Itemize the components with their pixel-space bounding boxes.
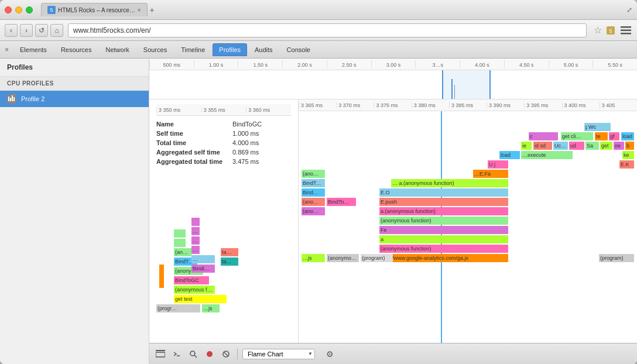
chart-selector[interactable]: Flame Chart Heavy (Bottom Up) Tree (Top … xyxy=(242,349,315,359)
home-button[interactable]: ⌂ xyxy=(50,24,63,37)
fb-anonf1[interactable]: a.(anonymous function) xyxy=(379,207,508,215)
fb-load2[interactable]: load xyxy=(499,151,520,159)
fc-bindtogc[interactable]: BindTo… xyxy=(327,198,356,206)
flame-bar-lb1[interactable]: … xyxy=(191,255,215,263)
flame-bar-orange[interactable] xyxy=(159,265,164,288)
settings-button[interactable]: ⚙ xyxy=(323,348,336,360)
fb-oe[interactable]: oe xyxy=(614,142,624,150)
fb-uc[interactable]: Uc… xyxy=(553,142,568,150)
toolbar-separator xyxy=(237,349,238,359)
bookmark-icon[interactable]: ☆ xyxy=(594,25,602,36)
tab-favicon: 5 xyxy=(47,6,56,14)
flame-bar-purple1[interactable] xyxy=(191,218,200,226)
back-button[interactable]: ‹ xyxy=(5,24,18,37)
clear-button[interactable] xyxy=(220,348,232,360)
flame-bar-purple2[interactable]: … xyxy=(191,227,200,235)
sidebar-item-profile2[interactable]: Profile 2 xyxy=(0,91,149,107)
svg-rect-3 xyxy=(621,29,631,31)
flame-bar-purple5[interactable]: Bindi… xyxy=(191,265,215,273)
fb-gajs[interactable]: http://www.google-analytics.com/ga.js xyxy=(379,254,508,262)
fb-ie[interactable]: ie xyxy=(521,142,532,150)
tab-sources[interactable]: Sources xyxy=(137,43,173,56)
fb-gf[interactable]: gf xyxy=(609,132,619,140)
fb-uj[interactable]: U j xyxy=(488,160,508,169)
close-button[interactable] xyxy=(5,6,12,13)
fb-load1[interactable]: load xyxy=(621,132,634,140)
fc-ano2[interactable]: (ano… xyxy=(302,198,325,206)
fb-b[interactable]: b xyxy=(625,142,634,150)
profile-icon xyxy=(7,94,16,104)
extension-icon[interactable]: 5 xyxy=(604,24,617,37)
flame-bar-lime1[interactable]: (anonymous function) xyxy=(174,286,215,294)
fb-get[interactable]: get xyxy=(600,142,612,150)
ruler2-right: 3 365 ms 3 370 ms 3 375 ms 3 380 ms 3 38… xyxy=(299,99,637,111)
fb-anon1[interactable]: … a.(anonymous function) xyxy=(391,179,508,187)
flame-bar-pink1[interactable]: BindToGC xyxy=(174,276,209,284)
fb-execute[interactable]: …execute xyxy=(521,151,573,159)
flame-bar-purple3[interactable]: … xyxy=(191,236,200,245)
fb-wc[interactable]: Wc xyxy=(587,123,611,131)
fb-anonf2[interactable]: (anonymous function) xyxy=(379,217,508,225)
flame-bar-purple4[interactable]: … xyxy=(191,246,200,254)
fc-program[interactable]: (program) xyxy=(361,254,393,262)
tab-elements[interactable]: Elements xyxy=(13,43,53,56)
fc-ano3[interactable]: (ano… xyxy=(302,207,325,215)
tab-resources[interactable]: Resources xyxy=(54,43,98,56)
fb-epush[interactable]: E.push xyxy=(379,198,508,206)
fb-getcli[interactable]: get cli… xyxy=(561,132,593,140)
chart-type-select[interactable]: Flame Chart Heavy (Bottom Up) Tree (Top … xyxy=(242,349,315,359)
ruler-mark-1: 1.00 s xyxy=(194,60,238,68)
show-console-button[interactable] xyxy=(170,348,183,360)
menu-icon[interactable] xyxy=(619,24,632,37)
ruler-mark-5: 3.00 s xyxy=(371,60,416,68)
fb-a[interactable]: a xyxy=(379,235,508,243)
tab-console[interactable]: Console xyxy=(280,43,317,56)
search-button[interactable] xyxy=(187,348,200,360)
address-bar[interactable]: www.html5rocks.com/en/ xyxy=(68,23,587,37)
fb-sa[interactable]: Sa xyxy=(585,142,599,150)
toggle-drawer-button[interactable] xyxy=(154,348,167,360)
flame-bar-yellow1[interactable]: get test xyxy=(174,295,227,303)
flame-bar-prog1[interactable]: (progr… xyxy=(156,304,200,313)
timeline-overview[interactable]: 500 ms 1.00 s 1.50 s 2.00 s 2.50 s 3.00 … xyxy=(149,59,637,99)
expand-icon[interactable]: ⤢ xyxy=(626,6,632,14)
tab-audits[interactable]: Audits xyxy=(248,43,279,56)
flame-canvas[interactable]: 3 365 ms 3 370 ms 3 375 ms 3 380 ms 3 38… xyxy=(299,99,637,343)
tab-timeline[interactable]: Timeline xyxy=(174,43,211,56)
browser-tab[interactable]: 5 HTML5 Rocks – A resource… × xyxy=(41,3,148,16)
flame-bar-salmon1[interactable]: ta… xyxy=(221,248,238,256)
fc-jsbot[interactable]: …js xyxy=(302,254,325,262)
fb-ek[interactable]: E.K xyxy=(619,160,634,169)
fb-idsd[interactable]: id sd xyxy=(533,142,552,150)
flame-bar-green2[interactable] xyxy=(174,239,186,247)
fb-c[interactable]: c xyxy=(529,132,558,140)
fc-ano1[interactable]: (ano… xyxy=(302,170,325,178)
tab-profiles[interactable]: Profiles xyxy=(213,43,247,56)
fc-binddot[interactable]: Bind… xyxy=(302,188,325,197)
flame-bar-js1[interactable]: …js xyxy=(202,304,220,313)
r2-2: 3 360 ms xyxy=(246,107,291,113)
flame-bar-green3[interactable]: (ano… xyxy=(174,248,191,256)
minimize-button[interactable] xyxy=(15,6,22,13)
flame-bar-green1[interactable] xyxy=(174,229,186,238)
fc-bindto[interactable]: BindTo… xyxy=(302,179,325,187)
record-button[interactable] xyxy=(203,348,216,360)
forward-button[interactable]: › xyxy=(20,24,33,37)
fb-te[interactable]: te xyxy=(595,132,608,140)
fb-fe[interactable]: Fe xyxy=(379,226,508,234)
fc-anonbot[interactable]: (anonymo… xyxy=(327,254,359,262)
fb-ud[interactable]: ud xyxy=(569,142,584,150)
tab-close-icon[interactable]: × xyxy=(138,7,141,13)
refresh-button[interactable]: ↺ xyxy=(35,24,48,37)
fb-efa[interactable]: …E.Fa xyxy=(473,170,508,178)
devtools-close-icon[interactable]: × xyxy=(5,46,9,54)
flame-bar-teal1[interactable]: ta… xyxy=(221,257,238,266)
info-name-label: Name xyxy=(156,121,232,128)
new-tab-button[interactable]: + xyxy=(150,5,155,15)
maximize-button[interactable] xyxy=(26,6,33,13)
fb-anonbig[interactable]: (anonymous function) xyxy=(379,245,508,253)
fb-eo[interactable]: E.O xyxy=(379,188,508,197)
fb-ke[interactable]: ke xyxy=(622,151,634,159)
fb-program-right[interactable]: (program) xyxy=(599,254,634,262)
tab-network[interactable]: Network xyxy=(99,43,135,56)
